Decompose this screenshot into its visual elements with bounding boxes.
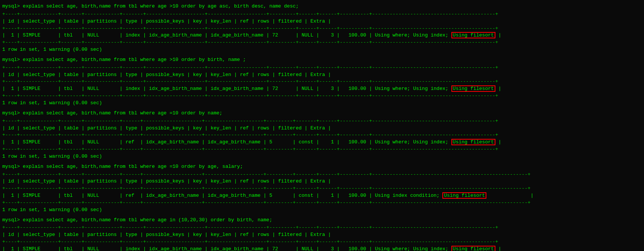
row-before-highlight-0: | 1 | SIMPLE | tbl | NULL | index | idx_…: [2, 32, 451, 38]
filesort-highlight-3: Using filesort: [442, 192, 486, 199]
separator-top-1: +----+-------------+-------+------------…: [2, 64, 642, 71]
separator-mid-1: +----+-------------+-------+------------…: [2, 78, 642, 85]
separator-bot-0: +----+-------------+-------+------------…: [2, 39, 642, 46]
data-row-3: | 1 | SIMPLE | tbl | NULL | ref | idx_ag…: [2, 192, 642, 199]
prompt-line-1: mysql> explain select age, birth,name fr…: [2, 56, 642, 64]
row-after-highlight-3: |: [486, 193, 533, 198]
prompt-line-3: mysql> explain select age, birth,name fr…: [2, 163, 642, 170]
row-after-highlight-1: |: [495, 86, 501, 91]
separator-bot-2: +----+-------------+-------+------------…: [2, 146, 642, 153]
row-before-highlight-2: | 1 | SIMPLE | tbl | NULL | ref | idx_ag…: [2, 139, 451, 145]
filesort-highlight-4: Using filesort: [451, 246, 495, 251]
row-before-highlight-3: | 1 | SIMPLE | tbl | NULL | ref | idx_ag…: [2, 193, 442, 198]
table-header-1: | id | select_type | table | partitions …: [2, 71, 642, 79]
separator-bot-1: +----+-------------+-------+------------…: [2, 93, 642, 100]
table-header-4: | id | select_type | table | partitions …: [2, 231, 642, 239]
separator-top-3: +----+-------------+-------+------------…: [2, 171, 642, 178]
data-row-0: | 1 | SIMPLE | tbl | NULL | index | idx_…: [2, 32, 642, 39]
filesort-highlight-1: Using filesort: [451, 85, 495, 92]
result-line-0: 1 row in set, 1 warning (0.00 sec): [2, 46, 642, 53]
row-before-highlight-1: | 1 | SIMPLE | tbl | NULL | index | idx_…: [2, 86, 451, 91]
separator-bot-3: +----+-------------+-------+------------…: [2, 199, 642, 207]
separator-mid-2: +----+-------------+-------+------------…: [2, 132, 642, 139]
filesort-highlight-2: Using filesort: [451, 139, 495, 145]
row-after-highlight-2: |: [495, 139, 501, 145]
terminal: mysql> explain select age, birth,name fr…: [2, 3, 642, 251]
separator-mid-3: +----+-------------+-------+------------…: [2, 185, 642, 192]
row-after-highlight-0: |: [495, 32, 501, 38]
separator-top-4: +----+-------------+-------+------------…: [2, 224, 642, 231]
data-row-2: | 1 | SIMPLE | tbl | NULL | ref | idx_ag…: [2, 139, 642, 146]
row-after-highlight-4: |: [495, 246, 501, 251]
result-line-3: 1 row in set, 1 warning (0.00 sec): [2, 207, 642, 214]
separator-mid-0: +----+-------------+-------+------------…: [2, 25, 642, 32]
result-line-1: 1 row in set, 1 warning (0.00 sec): [2, 100, 642, 107]
data-row-1: | 1 | SIMPLE | tbl | NULL | index | idx_…: [2, 85, 642, 93]
separator-mid-4: +----+-------------+-------+------------…: [2, 239, 642, 246]
separator-top-0: +----+-------------+-------+------------…: [2, 11, 642, 18]
separator-top-2: +----+-------------+-------+------------…: [2, 118, 642, 125]
row-before-highlight-4: | 1 | SIMPLE | tbl | NULL | index | idx_…: [2, 246, 451, 251]
filesort-highlight-0: Using filesort: [451, 32, 495, 38]
table-header-3: | id | select_type | table | partitions …: [2, 178, 642, 185]
prompt-line-0: mysql> explain select age, birth,name fr…: [2, 3, 642, 10]
prompt-line-4: mysql> explain select age, birth,name fr…: [2, 217, 642, 224]
result-line-2: 1 row in set, 1 warning (0.00 sec): [2, 153, 642, 160]
table-header-0: | id | select_type | table | partitions …: [2, 18, 642, 25]
table-header-2: | id | select_type | table | partitions …: [2, 125, 642, 132]
data-row-4: | 1 | SIMPLE | tbl | NULL | index | idx_…: [2, 246, 642, 251]
prompt-line-2: mysql> explain select age, birth,name fr…: [2, 110, 642, 117]
